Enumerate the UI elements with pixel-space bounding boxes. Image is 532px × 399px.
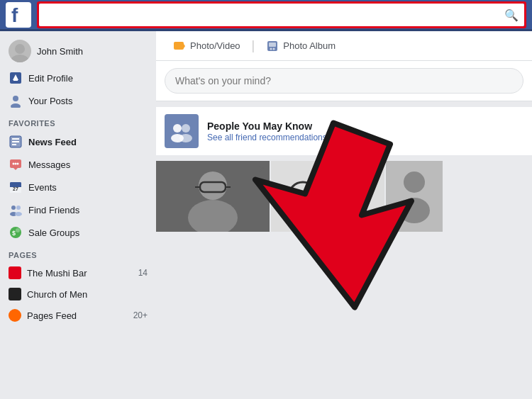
people-link[interactable]: See all friend recommendations (207, 133, 327, 142)
main-layout: John Smith Edit Profile Your Posts (0, 31, 532, 399)
photo-cell-2[interactable]: ✕ (271, 161, 384, 232)
tab-photo-video[interactable]: Photo/Video (165, 34, 249, 58)
sale-groups-label: Sale Groups (28, 227, 148, 238)
pages-feed-dot (9, 309, 21, 322)
sidebar-item-events[interactable]: 27 Events (0, 176, 156, 198)
messages-icon (9, 157, 23, 172)
svg-point-28 (16, 228, 20, 232)
photo-grid: ✕ ✕ (156, 161, 532, 232)
tab-photo-album[interactable]: Photo Album (257, 34, 344, 58)
tab-divider: | (252, 38, 255, 53)
svg-text:$: $ (12, 230, 16, 237)
sidebar-user[interactable]: John Smith (0, 35, 156, 67)
svg-point-38 (179, 134, 192, 142)
photo-video-icon (173, 40, 186, 52)
svg-point-33 (270, 47, 272, 50)
svg-point-15 (15, 163, 17, 165)
your-posts-label: Your Posts (28, 96, 148, 106)
sale-groups-icon: $ (9, 225, 23, 240)
sidebar-item-sale-groups[interactable]: $ Sale Groups (0, 221, 156, 244)
mushi-bar-label: The Mushi Bar (27, 268, 133, 279)
content-area: Photo/Video | Photo Album (156, 31, 532, 399)
svg-point-24 (16, 206, 21, 210)
post-tabs: Photo/Video | Photo Album (156, 31, 532, 61)
svg-point-7 (11, 103, 21, 108)
people-icon-box (165, 114, 199, 148)
news-feed-label: News Feed (28, 137, 148, 147)
messages-label: Messages (28, 159, 148, 170)
events-label: Events (28, 182, 148, 193)
svg-point-6 (13, 96, 18, 101)
svg-point-3 (11, 55, 29, 62)
svg-text:f: f (11, 4, 18, 26)
sidebar: John Smith Edit Profile Your Posts (0, 31, 156, 399)
svg-point-16 (17, 163, 19, 165)
people-icon (167, 117, 196, 145)
photo-1 (156, 161, 270, 232)
sidebar-item-mushi-bar[interactable]: The Mushi Bar 14 (0, 262, 156, 283)
svg-point-25 (15, 212, 22, 216)
sidebar-item-pages-feed[interactable]: Pages Feed 20+ (0, 305, 156, 326)
find-friends-label: Find Friends (28, 205, 148, 215)
people-text: People You May Know See all friend recom… (207, 120, 327, 142)
photo-3 (386, 161, 443, 232)
svg-point-35 (173, 124, 182, 133)
events-icon: 27 (9, 180, 23, 194)
svg-rect-29 (174, 42, 184, 50)
svg-point-2 (15, 44, 25, 54)
people-title: People You May Know (207, 120, 327, 132)
search-bar-wrapper: janesmith@yahoo.com 🔍 (37, 1, 526, 28)
find-friends-icon (9, 203, 23, 217)
svg-marker-30 (184, 44, 185, 48)
svg-rect-0 (6, 2, 31, 28)
svg-point-47 (328, 187, 356, 227)
svg-point-40 (199, 172, 227, 200)
search-button[interactable]: 🔍 (504, 8, 519, 21)
church-dot (9, 288, 21, 300)
pages-feed-count: 20+ (133, 310, 148, 320)
favorites-section-label: FAVORITES (0, 112, 156, 130)
people-section: People You May Know See all friend recom… (156, 107, 532, 155)
pencil-icon (9, 71, 23, 85)
post-input[interactable] (165, 68, 523, 94)
navbar: f janesmith@yahoo.com 🔍 (0, 0, 532, 31)
sidebar-item-edit-profile[interactable]: Edit Profile (0, 67, 156, 89)
person-icon (9, 94, 23, 108)
svg-point-46 (332, 169, 352, 189)
svg-marker-13 (13, 168, 18, 170)
user-name: John Smith (37, 46, 148, 57)
edit-profile-label: Edit Profile (28, 73, 148, 84)
svg-text:27: 27 (13, 186, 18, 191)
pages-feed-label: Pages Feed (27, 310, 128, 321)
svg-point-34 (273, 47, 275, 50)
svg-point-14 (13, 163, 15, 165)
avatar (9, 40, 31, 62)
svg-point-50 (297, 191, 309, 202)
svg-point-22 (11, 206, 16, 210)
tab-photo-video-label: Photo/Video (190, 40, 240, 51)
photo-album-icon (266, 40, 279, 52)
sidebar-item-find-friends[interactable]: Find Friends (0, 198, 156, 221)
svg-point-48 (326, 178, 337, 186)
pages-section-label: PAGES (0, 244, 156, 262)
photo-close-1[interactable]: ✕ (258, 163, 267, 174)
photo-cell-1[interactable]: ✕ (156, 161, 270, 232)
tab-photo-album-label: Photo Album (283, 40, 336, 51)
news-feed-icon (9, 135, 23, 149)
svg-rect-5 (13, 79, 18, 81)
post-input-area (156, 61, 532, 101)
photo-2 (271, 161, 384, 232)
photo-cell-3[interactable] (386, 161, 443, 232)
mushi-bar-dot (9, 266, 21, 279)
facebook-logo[interactable]: f (6, 2, 31, 28)
svg-rect-32 (269, 43, 276, 47)
search-icon: 🔍 (504, 9, 519, 21)
church-label: Church of Men (27, 289, 142, 300)
sidebar-item-church-of-men[interactable]: Church of Men (0, 283, 156, 305)
search-input[interactable]: janesmith@yahoo.com (39, 4, 524, 26)
sidebar-item-news-feed[interactable]: News Feed (0, 130, 156, 153)
svg-point-52 (404, 172, 425, 193)
photo-close-2[interactable]: ✕ (373, 163, 382, 174)
sidebar-item-messages[interactable]: Messages (0, 153, 156, 176)
sidebar-item-your-posts[interactable]: Your Posts (0, 89, 156, 112)
